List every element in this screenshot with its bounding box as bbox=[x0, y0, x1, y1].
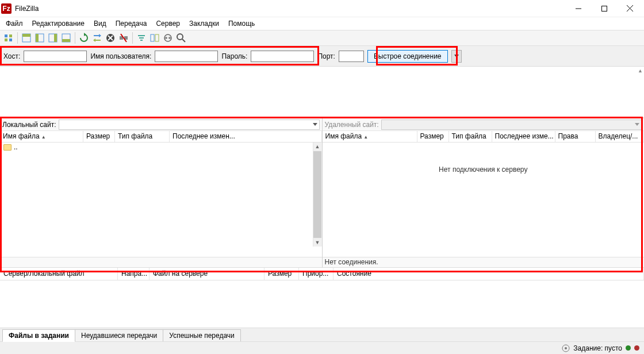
cancel-icon[interactable] bbox=[104, 32, 117, 44]
updir-label: .. bbox=[14, 143, 18, 151]
local-panel: Локальный сайт: Имя файла▲ Размер Тип фа… bbox=[0, 118, 323, 267]
tab-failed-transfers[interactable]: Неудавшиеся передачи bbox=[75, 329, 163, 341]
process-queue-icon[interactable] bbox=[91, 32, 103, 44]
remote-site-path-bar: Удаленный сайт: bbox=[323, 118, 645, 131]
scroll-up-icon[interactable]: ▲ bbox=[638, 68, 643, 74]
toggle-local-tree-icon[interactable] bbox=[33, 32, 46, 44]
host-label: Хост: bbox=[3, 52, 20, 60]
sitemanager-icon[interactable] bbox=[2, 32, 15, 44]
username-input[interactable] bbox=[155, 51, 218, 62]
svg-rect-11 bbox=[36, 34, 39, 42]
queue-indicator-icon bbox=[562, 344, 570, 352]
status-dot-red bbox=[634, 345, 639, 351]
svg-marker-37 bbox=[454, 55, 459, 57]
local-col-size[interactable]: Размер bbox=[83, 131, 115, 142]
search-icon[interactable] bbox=[175, 32, 187, 44]
close-button[interactable] bbox=[617, 1, 643, 17]
remote-col-name[interactable]: Имя файла▲ bbox=[323, 131, 417, 142]
compare-icon[interactable] bbox=[148, 32, 161, 44]
menubar: Файл Редактирование Вид Передача Сервер … bbox=[0, 17, 644, 30]
scroll-down-icon[interactable]: ▼ bbox=[314, 238, 321, 247]
queue-list[interactable] bbox=[0, 280, 644, 328]
svg-rect-5 bbox=[9, 34, 12, 37]
quickconnect-dropdown[interactable] bbox=[451, 50, 462, 63]
svg-rect-31 bbox=[155, 34, 159, 41]
tab-queued-files[interactable]: Файлы в задании bbox=[2, 329, 75, 342]
toggle-log-icon[interactable] bbox=[20, 32, 33, 44]
local-list-header: Имя файла▲ Размер Тип файла Последнее из… bbox=[0, 131, 322, 143]
host-input[interactable] bbox=[24, 51, 87, 62]
menu-transfer[interactable]: Передача bbox=[111, 18, 152, 29]
disconnect-icon[interactable] bbox=[117, 32, 130, 44]
toggle-queue-icon[interactable] bbox=[60, 32, 72, 44]
local-site-path-bar: Локальный сайт: bbox=[0, 118, 322, 131]
local-footer bbox=[0, 257, 322, 267]
svg-rect-13 bbox=[54, 34, 57, 42]
remote-list-header: Имя файла▲ Размер Тип файла Последнее из… bbox=[323, 131, 645, 143]
local-col-modified[interactable]: Последнее измен... bbox=[170, 131, 322, 142]
sync-browse-icon[interactable] bbox=[162, 32, 174, 44]
status-dot-green bbox=[626, 345, 631, 351]
menu-bookmarks[interactable]: Закладки bbox=[185, 18, 224, 29]
toolbar bbox=[0, 30, 644, 46]
remote-col-owner[interactable]: Владелец/... bbox=[596, 131, 645, 142]
queue-col-direction[interactable]: Напра... bbox=[118, 268, 150, 280]
app-logo: Fz bbox=[1, 3, 12, 14]
tab-successful-transfers[interactable]: Успешные передачи bbox=[163, 329, 241, 341]
queue-col-server[interactable]: Сервер/Локальный файл bbox=[0, 268, 118, 280]
folder-icon bbox=[3, 144, 12, 151]
svg-marker-20 bbox=[93, 39, 95, 42]
remote-site-label: Удаленный сайт: bbox=[325, 121, 379, 129]
remote-panel: Удаленный сайт: Имя файла▲ Размер Тип фа… bbox=[323, 118, 645, 267]
no-connection-message: Нет подключения к серверу bbox=[323, 166, 645, 174]
remote-col-size[interactable]: Размер bbox=[417, 131, 449, 142]
queue-col-priority[interactable]: Приор... bbox=[299, 268, 334, 280]
filter-icon[interactable] bbox=[135, 32, 148, 44]
list-item-updir[interactable]: .. bbox=[0, 143, 322, 152]
local-site-label: Локальный сайт: bbox=[2, 121, 56, 129]
message-log[interactable]: ▲ bbox=[0, 67, 644, 118]
port-input[interactable] bbox=[339, 51, 364, 62]
menu-view[interactable]: Вид bbox=[89, 18, 111, 29]
menu-file[interactable]: Файл bbox=[1, 18, 28, 29]
local-col-name[interactable]: Имя файла▲ bbox=[0, 131, 83, 142]
svg-line-36 bbox=[182, 39, 185, 42]
svg-rect-1 bbox=[601, 6, 607, 11]
local-site-combo[interactable] bbox=[59, 120, 320, 130]
local-file-list[interactable]: .. ▲ ▼ bbox=[0, 143, 322, 257]
svg-point-35 bbox=[177, 34, 183, 40]
queue-tabs: Файлы в задании Неудавшиеся передачи Усп… bbox=[0, 328, 644, 341]
toolbar-sep bbox=[17, 32, 18, 44]
minimize-button[interactable] bbox=[565, 1, 591, 17]
svg-rect-4 bbox=[5, 34, 7, 37]
remote-col-type[interactable]: Тип файла bbox=[449, 131, 492, 142]
local-scrollbar[interactable]: ▲ ▼ bbox=[313, 143, 322, 247]
maximize-button[interactable] bbox=[591, 1, 617, 17]
menu-server[interactable]: Сервер bbox=[151, 18, 185, 29]
queue-col-size[interactable]: Размер bbox=[264, 268, 299, 280]
scrollbar-thumb[interactable] bbox=[313, 151, 321, 238]
scroll-up-icon[interactable]: ▲ bbox=[314, 143, 321, 151]
menu-help[interactable]: Помощь bbox=[224, 18, 259, 29]
quickconnect-button[interactable]: Быстрое соединение bbox=[367, 50, 448, 63]
svg-rect-30 bbox=[151, 34, 154, 41]
remote-col-modified[interactable]: Последнее изме... bbox=[492, 131, 555, 142]
toggle-remote-tree-icon[interactable] bbox=[47, 32, 59, 44]
remote-col-permissions[interactable]: Права bbox=[555, 131, 596, 142]
pass-label: Пароль: bbox=[221, 52, 247, 60]
toolbar-sep bbox=[75, 32, 75, 44]
refresh-icon[interactable] bbox=[78, 32, 90, 44]
quickconnect-bar: Хост: Имя пользователя: Пароль: Порт: Бы… bbox=[0, 46, 644, 67]
svg-point-33 bbox=[165, 37, 167, 39]
password-input[interactable] bbox=[251, 51, 314, 62]
remote-file-list[interactable]: Нет подключения к серверу bbox=[323, 143, 645, 257]
queue-col-status[interactable]: Состояние bbox=[334, 268, 644, 280]
remote-site-combo[interactable] bbox=[381, 120, 642, 130]
queue-status-label: Задание: пусто bbox=[573, 344, 622, 352]
svg-rect-6 bbox=[5, 39, 7, 41]
toolbar-sep bbox=[132, 32, 133, 44]
queue-col-remotefile[interactable]: Файл на сервере bbox=[150, 268, 264, 280]
local-col-type[interactable]: Тип файла bbox=[115, 131, 170, 142]
svg-marker-39 bbox=[635, 123, 639, 126]
menu-edit[interactable]: Редактирование bbox=[28, 18, 89, 29]
